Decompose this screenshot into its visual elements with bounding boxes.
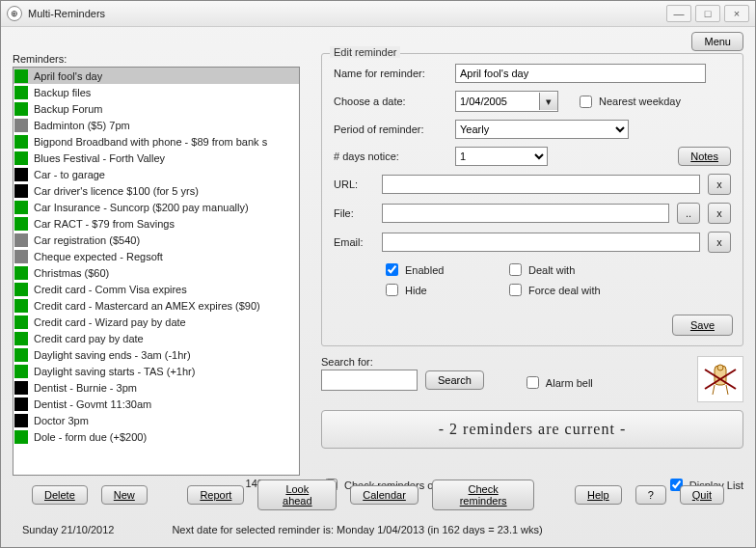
file-label: File: [334, 207, 374, 219]
close-button[interactable]: × [724, 5, 749, 22]
alarm-bell-check[interactable]: Alarm bell [523, 373, 593, 392]
nearest-weekday-check[interactable]: Nearest weekday [576, 93, 681, 111]
color-swatch [14, 201, 28, 214]
list-item-label: Credit card pay by date [34, 333, 144, 344]
list-item[interactable]: Doctor 3pm [14, 412, 299, 428]
current-reminders-banner[interactable]: - 2 reminders are current - [321, 410, 743, 449]
date-dropdown-icon[interactable]: ▾ [539, 93, 557, 110]
help-button[interactable]: Help [575, 485, 622, 505]
minimize-button[interactable]: — [666, 5, 691, 22]
force-checkbox[interactable] [509, 284, 522, 296]
list-item-label: Credit card - Mastercard an AMEX expires… [34, 300, 260, 312]
list-item[interactable]: Credit card - Comm Visa expires [14, 281, 299, 297]
list-item[interactable]: Credit card pay by date [14, 330, 299, 346]
reminders-listbox[interactable]: April fool's dayBackup filesBackup Forum… [13, 67, 300, 476]
list-item[interactable]: Backup Forum [14, 100, 299, 117]
list-item[interactable]: Cheque expected - Regsoft [14, 248, 299, 264]
color-swatch [14, 348, 28, 362]
list-item-label: Badminton ($5) 7pm [34, 120, 130, 131]
delete-button[interactable]: Delete [32, 485, 88, 505]
notes-button[interactable]: Notes [678, 147, 731, 166]
color-swatch [14, 233, 28, 247]
list-item[interactable]: Dentist - Burnie - 3pm [14, 379, 299, 396]
quit-button[interactable]: Quit [680, 485, 724, 505]
color-swatch [14, 168, 28, 181]
menu-button[interactable]: Menu [691, 32, 743, 51]
hide-checkbox[interactable] [386, 284, 398, 296]
dealt-check[interactable]: Dealt with [505, 260, 621, 279]
list-item-label: Dole - form due (+$200) [34, 431, 147, 443]
list-item[interactable]: Bigpond Broadband with phone - $89 from … [14, 133, 299, 150]
color-swatch [14, 119, 28, 132]
color-swatch [14, 102, 28, 116]
list-item[interactable]: Badminton ($5) 7pm [14, 117, 299, 133]
email-input[interactable] [382, 233, 700, 252]
list-item[interactable]: Car registration ($540) [14, 232, 299, 248]
alarm-bell-checkbox[interactable] [526, 376, 539, 389]
list-item[interactable]: Car driver's licence $100 (for 5 yrs) [14, 182, 299, 199]
search-button[interactable]: Search [425, 370, 484, 390]
nearest-weekday-checkbox[interactable] [580, 96, 592, 108]
calendar-button[interactable]: Calendar [350, 485, 418, 505]
list-item[interactable]: Dole - form due (+$200) [14, 428, 299, 445]
report-button[interactable]: Report [187, 485, 244, 505]
list-item[interactable]: April fool's day [14, 68, 299, 84]
reminders-label: Reminders: [13, 53, 302, 65]
question-button[interactable]: ? [635, 485, 666, 505]
color-swatch [14, 69, 28, 83]
dealt-label: Dealt with [528, 264, 575, 276]
list-item[interactable]: Car Insurance - Suncorp ($200 pay manual… [14, 199, 299, 215]
hide-check[interactable]: Hide [382, 281, 498, 299]
period-select[interactable]: Yearly [455, 120, 629, 139]
save-button[interactable]: Save [672, 315, 733, 336]
list-item[interactable]: Daylight saving starts - TAS (+1hr) [14, 363, 299, 379]
list-item-label: Daylight saving ends - 3am (-1hr) [34, 349, 191, 361]
color-swatch [14, 365, 28, 378]
list-item[interactable]: Christmas ($60) [14, 264, 299, 281]
maximize-button[interactable]: □ [695, 5, 720, 22]
name-input[interactable] [455, 64, 706, 83]
color-swatch [14, 86, 28, 99]
list-item-label: Backup Forum [34, 103, 103, 115]
new-button[interactable]: New [101, 485, 148, 505]
list-item[interactable]: Credit card - Mastercard an AMEX expires… [14, 297, 299, 314]
color-swatch [14, 250, 28, 263]
search-label: Search for: [321, 356, 484, 368]
url-input[interactable] [382, 175, 700, 194]
search-input[interactable] [321, 370, 418, 391]
url-clear-button[interactable]: x [708, 174, 731, 195]
look-ahead-button[interactable]: Look ahead [257, 480, 337, 510]
list-item[interactable]: Car RACT - $79 from Savings [14, 215, 299, 232]
check-reminders-button[interactable]: Check reminders [432, 480, 535, 510]
dealt-checkbox[interactable] [509, 263, 522, 276]
notice-select[interactable]: 1 [455, 147, 548, 166]
color-swatch [14, 151, 28, 165]
list-item[interactable]: Dentist - Govmt 11:30am [14, 396, 299, 412]
date-input[interactable] [456, 93, 539, 110]
file-clear-button[interactable]: x [708, 203, 731, 224]
list-item-label: Car RACT - $79 from Savings [34, 218, 175, 230]
file-input[interactable] [382, 204, 669, 223]
enabled-check[interactable]: Enabled [382, 260, 498, 279]
list-item-label: Dentist - Burnie - 3pm [34, 382, 137, 394]
list-item[interactable]: Car - to garage [14, 166, 299, 182]
list-item-label: Christmas ($60) [34, 267, 109, 279]
file-browse-button[interactable]: .. [677, 203, 700, 224]
enabled-checkbox[interactable] [386, 263, 398, 276]
color-swatch [14, 135, 28, 149]
list-item-label: Daylight saving starts - TAS (+1hr) [34, 366, 195, 377]
color-swatch [14, 430, 28, 444]
list-item[interactable]: Blues Festival - Forth Valley [14, 150, 299, 166]
date-label: Choose a date: [334, 96, 447, 107]
email-clear-button[interactable]: x [708, 232, 731, 253]
period-label: Period of reminder: [334, 123, 447, 135]
list-item[interactable]: Daylight saving ends - 3am (-1hr) [14, 346, 299, 363]
status-date: Sunday 21/10/2012 [22, 524, 114, 535]
nearest-weekday-label: Nearest weekday [599, 96, 681, 107]
list-item-label: Credit card - Comm Visa expires [34, 284, 187, 295]
list-item-label: Bigpond Broadband with phone - $89 from … [34, 136, 267, 148]
list-item[interactable]: Credit card - Wizard pay by date [14, 314, 299, 330]
list-item[interactable]: Backup files [14, 84, 299, 100]
titlebar: ⊕ Multi-Reminders — □ × [1, 1, 755, 27]
force-check[interactable]: Force deal with [505, 281, 621, 299]
